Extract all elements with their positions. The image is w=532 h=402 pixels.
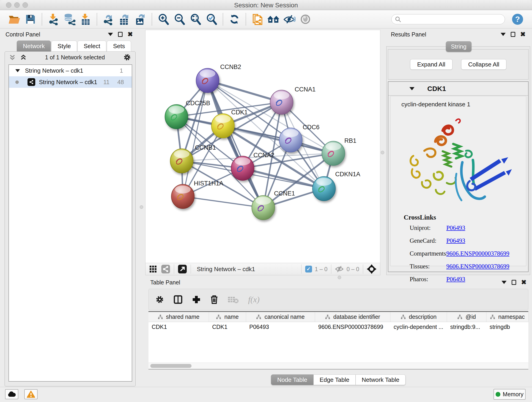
network-node-CCNA1[interactable]: [270, 90, 293, 114]
horizontal-scrollbar[interactable]: [148, 363, 528, 369]
tab-network[interactable]: Network: [17, 41, 51, 51]
hidden-eye-icon[interactable]: [335, 265, 344, 273]
network-node-CDKN1A[interactable]: [312, 177, 336, 201]
table-cell[interactable]: CDK1: [209, 322, 246, 332]
crosslink-link[interactable]: 9606.ENSP00000378699: [446, 250, 509, 257]
tab-sets[interactable]: Sets: [107, 41, 131, 51]
crosshair-icon[interactable]: [367, 264, 376, 274]
tab-style[interactable]: Style: [51, 41, 77, 51]
create-column-icon[interactable]: [192, 295, 201, 304]
column-header-database-identifier[interactable]: database identifier: [315, 312, 390, 322]
help-button[interactable]: ?: [511, 13, 524, 26]
panel-collapse-icon[interactable]: [500, 33, 506, 36]
save-session-button[interactable]: [24, 13, 37, 26]
memory-button[interactable]: Memory: [494, 389, 526, 400]
cloud-button[interactable]: [5, 389, 18, 399]
panel-float-icon[interactable]: [512, 280, 516, 285]
network-node-RB1[interactable]: [322, 141, 345, 166]
network-node-CCNB1[interactable]: [170, 149, 193, 173]
panel-collapse-icon[interactable]: [501, 281, 507, 284]
search-field[interactable]: [391, 14, 505, 24]
table-cell[interactable]: stringdb:9...: [447, 322, 486, 332]
entry-collapse-icon[interactable]: [409, 87, 414, 90]
open-session-button[interactable]: [8, 13, 21, 26]
panel-close-icon[interactable]: ✖: [128, 31, 133, 38]
zoom-in-button[interactable]: [157, 13, 170, 26]
search-input[interactable]: [401, 15, 501, 23]
result-entry-header[interactable]: CDK1: [388, 82, 528, 96]
network-edge-CCNE1-HIST1H1A[interactable]: [183, 196, 263, 208]
column-header-canonical-name[interactable]: canonical name: [246, 312, 315, 322]
gene-description: cyclin-dependent kinase 1: [390, 96, 526, 108]
export-table-button[interactable]: [118, 13, 131, 26]
toolbar-separator: [246, 13, 246, 26]
show-all-panels-button[interactable]: [267, 13, 280, 26]
vertical-splitter-handle[interactable]: [140, 205, 143, 209]
tab-edge-table[interactable]: Edge Table: [313, 375, 355, 385]
zoom-fit-button[interactable]: [189, 13, 202, 26]
column-header-name[interactable]: name: [209, 312, 246, 322]
cloud-icon: [7, 391, 16, 397]
import-network-file-button[interactable]: [47, 13, 60, 26]
birdseye-grid-icon[interactable]: [149, 265, 157, 273]
hide-panel-button[interactable]: [283, 13, 296, 26]
table-row[interactable]: CDK1CDK1P064939606.ENSP00000378699cyclin…: [148, 322, 528, 332]
zoom-selected-button[interactable]: [205, 13, 218, 26]
import-table-file-button[interactable]: [79, 13, 92, 26]
clone-network-button[interactable]: [251, 13, 264, 26]
crosslink-link[interactable]: P06493: [446, 224, 465, 231]
birdseye-toggle-button[interactable]: [299, 13, 312, 26]
network-node-CDC6[interactable]: [279, 128, 302, 152]
vertical-splitter-handle[interactable]: [381, 151, 384, 154]
panel-collapse-icon[interactable]: [108, 33, 113, 36]
network-node-CCNA2[interactable]: [231, 156, 254, 180]
column-header-description[interactable]: description: [390, 312, 447, 322]
tab-string[interactable]: String: [446, 41, 472, 52]
show-columns-icon[interactable]: [173, 295, 183, 304]
network-collection-row[interactable]: String Network – cdk1 1: [9, 65, 132, 76]
table-cell[interactable]: CDK1: [148, 322, 209, 332]
network-node-CDC25B[interactable]: [165, 104, 188, 129]
tab-node-table[interactable]: Node Table: [271, 375, 313, 385]
network-node-CCNB2[interactable]: [196, 68, 219, 93]
export-image-button[interactable]: [134, 13, 147, 26]
collapse-all-networks-icon[interactable]: [20, 54, 27, 61]
crosslink-link[interactable]: P06493: [446, 237, 465, 244]
column-header--id[interactable]: @id: [447, 312, 486, 322]
open-in-window-icon[interactable]: [178, 264, 187, 274]
tab-network-table[interactable]: Network Table: [355, 375, 405, 385]
table-cell[interactable]: 9606.ENSP00000378699: [315, 322, 390, 332]
network-canvas[interactable]: CCNB2CCNA1CDC25BCDK1CDC6RB1CCNB1CCNA2CDK…: [145, 30, 380, 263]
import-network-database-button[interactable]: [63, 13, 76, 26]
collapse-all-button[interactable]: Collapse All: [461, 59, 507, 70]
tree-expand-icon[interactable]: [15, 69, 20, 72]
panel-close-icon[interactable]: ✖: [521, 279, 526, 286]
tab-select[interactable]: Select: [77, 41, 106, 51]
panel-close-icon[interactable]: ✖: [520, 31, 526, 38]
network-options-gear-icon[interactable]: [123, 53, 131, 61]
zoom-out-button[interactable]: [173, 13, 186, 26]
network-node-CCNE1[interactable]: [252, 196, 275, 220]
table-cell[interactable]: cyclin-dependent ...: [390, 322, 447, 332]
table-cell[interactable]: P06493: [246, 322, 315, 332]
expand-all-button[interactable]: Expand All: [410, 59, 452, 70]
panel-float-icon[interactable]: [118, 32, 123, 37]
expand-all-networks-icon[interactable]: [9, 54, 16, 61]
scrollbar-thumb[interactable]: [150, 364, 191, 368]
network-row-selected[interactable]: String Network – cdk1 11 48: [9, 76, 132, 88]
network-node-CDK1[interactable]: [211, 114, 234, 138]
column-header-shared-name[interactable]: shared name: [148, 312, 209, 322]
edge-count: 48: [117, 79, 124, 86]
export-network-button[interactable]: [102, 13, 115, 26]
delete-column-icon[interactable]: [210, 295, 218, 304]
selected-checkbox-icon[interactable]: ✓: [305, 266, 312, 273]
panel-float-icon[interactable]: [511, 32, 515, 37]
table-options-gear-icon[interactable]: [155, 295, 164, 304]
column-header-namespac[interactable]: namespac: [486, 312, 529, 322]
crosslink-link[interactable]: 9606.ENSP00000378699: [446, 263, 509, 270]
warning-button[interactable]: [24, 389, 38, 399]
table-cell[interactable]: stringdb: [486, 322, 529, 332]
apply-layout-button[interactable]: [228, 13, 241, 26]
network-node-HIST1H1A[interactable]: [171, 184, 194, 209]
share-network-icon[interactable]: [161, 264, 170, 274]
